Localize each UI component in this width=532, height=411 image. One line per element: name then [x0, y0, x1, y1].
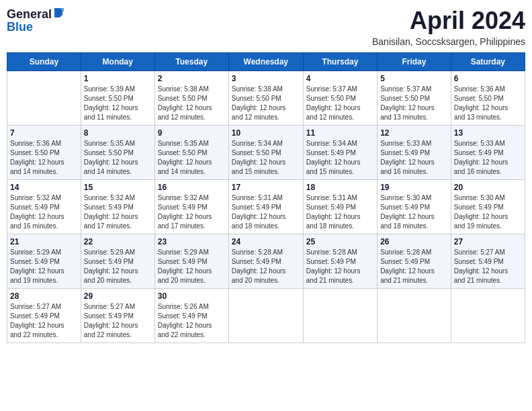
calendar-body: 1Sunrise: 5:39 AM Sunset: 5:50 PM Daylig… — [7, 71, 525, 343]
day-number: 14 — [10, 183, 78, 192]
calendar-cell: 25Sunrise: 5:28 AM Sunset: 5:49 PM Dayli… — [303, 234, 377, 289]
calendar-cell: 24Sunrise: 5:28 AM Sunset: 5:49 PM Dayli… — [228, 234, 303, 289]
calendar-week-row: 1Sunrise: 5:39 AM Sunset: 5:50 PM Daylig… — [7, 71, 525, 126]
day-info: Sunrise: 5:38 AM Sunset: 5:50 PM Dayligh… — [158, 85, 226, 122]
calendar-cell: 14Sunrise: 5:32 AM Sunset: 5:49 PM Dayli… — [7, 180, 81, 234]
weekday-header: Saturday — [451, 53, 525, 71]
calendar-week-row: 28Sunrise: 5:27 AM Sunset: 5:49 PM Dayli… — [7, 289, 525, 343]
calendar-cell: 18Sunrise: 5:31 AM Sunset: 5:49 PM Dayli… — [303, 180, 377, 234]
day-info: Sunrise: 5:34 AM Sunset: 5:49 PM Dayligh… — [306, 139, 374, 177]
calendar-cell: 17Sunrise: 5:31 AM Sunset: 5:49 PM Dayli… — [228, 180, 303, 234]
day-number: 23 — [158, 237, 226, 246]
day-info: Sunrise: 5:34 AM Sunset: 5:50 PM Dayligh… — [232, 139, 300, 177]
calendar-cell: 23Sunrise: 5:29 AM Sunset: 5:49 PM Dayli… — [154, 234, 228, 289]
day-number: 6 — [454, 74, 522, 83]
day-number: 20 — [454, 183, 522, 192]
calendar-cell: 3Sunrise: 5:38 AM Sunset: 5:50 PM Daylig… — [228, 71, 303, 126]
calendar-cell: 19Sunrise: 5:30 AM Sunset: 5:49 PM Dayli… — [378, 180, 451, 234]
calendar-cell — [378, 289, 451, 343]
day-number: 29 — [84, 291, 152, 301]
day-info: Sunrise: 5:27 AM Sunset: 5:49 PM Dayligh… — [10, 302, 78, 340]
calendar-cell: 12Sunrise: 5:33 AM Sunset: 5:49 PM Dayli… — [378, 126, 451, 180]
day-info: Sunrise: 5:27 AM Sunset: 5:49 PM Dayligh… — [84, 302, 152, 340]
weekday-header: Monday — [81, 53, 154, 71]
day-number: 19 — [380, 183, 448, 192]
day-info: Sunrise: 5:30 AM Sunset: 5:49 PM Dayligh… — [380, 193, 448, 231]
title-area: April 2024 Banisilan, Soccsksargen, Phil… — [372, 7, 525, 47]
day-number: 16 — [158, 183, 226, 192]
weekday-row: SundayMondayTuesdayWednesdayThursdayFrid… — [7, 53, 525, 71]
calendar-cell: 26Sunrise: 5:28 AM Sunset: 5:49 PM Dayli… — [378, 234, 451, 289]
logo-icon — [53, 8, 64, 21]
day-info: Sunrise: 5:29 AM Sunset: 5:49 PM Dayligh… — [158, 248, 226, 285]
calendar-cell — [228, 289, 303, 343]
logo-blue: Blue — [7, 20, 33, 34]
day-number: 2 — [158, 74, 226, 83]
day-info: Sunrise: 5:27 AM Sunset: 5:49 PM Dayligh… — [454, 248, 522, 285]
calendar-cell — [303, 289, 377, 343]
logo-general: General — [7, 8, 52, 20]
calendar-cell: 30Sunrise: 5:26 AM Sunset: 5:49 PM Dayli… — [154, 289, 228, 343]
day-info: Sunrise: 5:37 AM Sunset: 5:50 PM Dayligh… — [380, 85, 448, 122]
weekday-header: Thursday — [303, 53, 377, 71]
day-number: 24 — [232, 237, 300, 246]
calendar-cell — [7, 71, 81, 126]
day-info: Sunrise: 5:31 AM Sunset: 5:49 PM Dayligh… — [232, 193, 300, 231]
calendar-cell: 2Sunrise: 5:38 AM Sunset: 5:50 PM Daylig… — [154, 71, 228, 126]
day-number: 26 — [380, 237, 448, 246]
day-info: Sunrise: 5:35 AM Sunset: 5:50 PM Dayligh… — [84, 139, 152, 177]
day-info: Sunrise: 5:38 AM Sunset: 5:50 PM Dayligh… — [232, 85, 300, 122]
day-info: Sunrise: 5:36 AM Sunset: 5:50 PM Dayligh… — [454, 85, 522, 122]
day-number: 15 — [84, 183, 152, 192]
day-info: Sunrise: 5:26 AM Sunset: 5:49 PM Dayligh… — [158, 302, 226, 340]
header: General Blue April 2024 Banisilan, Soccs… — [7, 7, 525, 47]
calendar-cell: 7Sunrise: 5:36 AM Sunset: 5:50 PM Daylig… — [7, 126, 81, 180]
calendar-cell: 1Sunrise: 5:39 AM Sunset: 5:50 PM Daylig… — [81, 71, 154, 126]
calendar-cell: 16Sunrise: 5:32 AM Sunset: 5:49 PM Dayli… — [154, 180, 228, 234]
logo: General Blue — [7, 7, 64, 33]
day-number: 30 — [158, 291, 226, 301]
day-info: Sunrise: 5:28 AM Sunset: 5:49 PM Dayligh… — [306, 248, 374, 285]
day-info: Sunrise: 5:32 AM Sunset: 5:49 PM Dayligh… — [10, 193, 78, 231]
day-info: Sunrise: 5:37 AM Sunset: 5:50 PM Dayligh… — [306, 85, 374, 122]
calendar-week-row: 21Sunrise: 5:29 AM Sunset: 5:49 PM Dayli… — [7, 234, 525, 289]
day-info: Sunrise: 5:32 AM Sunset: 5:49 PM Dayligh… — [84, 193, 152, 231]
weekday-header: Tuesday — [154, 53, 228, 71]
calendar-cell: 27Sunrise: 5:27 AM Sunset: 5:49 PM Dayli… — [451, 234, 525, 289]
calendar-cell: 21Sunrise: 5:29 AM Sunset: 5:49 PM Dayli… — [7, 234, 81, 289]
day-number: 28 — [10, 291, 78, 301]
day-number: 12 — [380, 128, 448, 138]
calendar-cell: 22Sunrise: 5:29 AM Sunset: 5:49 PM Dayli… — [81, 234, 154, 289]
day-info: Sunrise: 5:35 AM Sunset: 5:50 PM Dayligh… — [158, 139, 226, 177]
day-info: Sunrise: 5:33 AM Sunset: 5:49 PM Dayligh… — [380, 139, 448, 177]
day-info: Sunrise: 5:36 AM Sunset: 5:50 PM Dayligh… — [10, 139, 78, 177]
calendar-cell: 20Sunrise: 5:30 AM Sunset: 5:49 PM Dayli… — [451, 180, 525, 234]
day-number: 8 — [84, 128, 152, 138]
day-info: Sunrise: 5:29 AM Sunset: 5:49 PM Dayligh… — [84, 248, 152, 285]
calendar-cell: 5Sunrise: 5:37 AM Sunset: 5:50 PM Daylig… — [378, 71, 451, 126]
day-number: 17 — [232, 183, 300, 192]
calendar-cell: 11Sunrise: 5:34 AM Sunset: 5:49 PM Dayli… — [303, 126, 377, 180]
calendar-cell: 4Sunrise: 5:37 AM Sunset: 5:50 PM Daylig… — [303, 71, 377, 126]
calendar-cell: 29Sunrise: 5:27 AM Sunset: 5:49 PM Dayli… — [81, 289, 154, 343]
calendar-table: SundayMondayTuesdayWednesdayThursdayFrid… — [7, 52, 525, 343]
day-info: Sunrise: 5:32 AM Sunset: 5:49 PM Dayligh… — [158, 193, 226, 231]
day-number: 4 — [306, 74, 374, 83]
weekday-header: Wednesday — [228, 53, 303, 71]
location-title: Banisilan, Soccsksargen, Philippines — [372, 36, 525, 47]
calendar-cell: 9Sunrise: 5:35 AM Sunset: 5:50 PM Daylig… — [154, 126, 228, 180]
day-number: 7 — [10, 128, 78, 138]
day-info: Sunrise: 5:30 AM Sunset: 5:49 PM Dayligh… — [454, 193, 522, 231]
day-info: Sunrise: 5:31 AM Sunset: 5:49 PM Dayligh… — [306, 193, 374, 231]
day-number: 25 — [306, 237, 374, 246]
month-title: April 2024 — [372, 7, 525, 35]
day-info: Sunrise: 5:33 AM Sunset: 5:49 PM Dayligh… — [454, 139, 522, 177]
weekday-header: Sunday — [7, 53, 81, 71]
calendar-cell: 6Sunrise: 5:36 AM Sunset: 5:50 PM Daylig… — [451, 71, 525, 126]
calendar-cell: 15Sunrise: 5:32 AM Sunset: 5:49 PM Dayli… — [81, 180, 154, 234]
calendar-header: SundayMondayTuesdayWednesdayThursdayFrid… — [7, 53, 525, 71]
calendar-week-row: 14Sunrise: 5:32 AM Sunset: 5:49 PM Dayli… — [7, 180, 525, 234]
day-number: 3 — [232, 74, 300, 83]
day-number: 9 — [158, 128, 226, 138]
day-number: 13 — [454, 128, 522, 138]
